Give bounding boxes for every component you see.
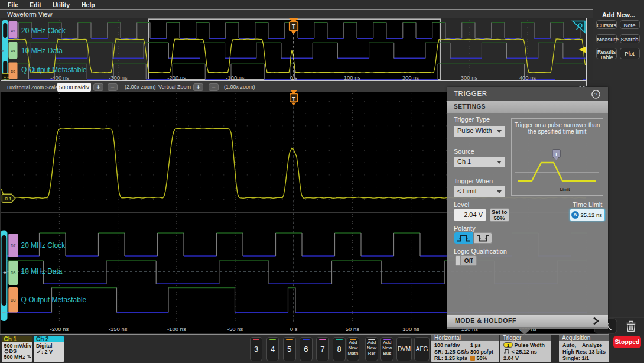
svg-text:100 ns: 100 ns xyxy=(344,74,361,81)
svg-text:T: T xyxy=(555,151,558,157)
svg-text:Q Output Metastable: Q Output Metastable xyxy=(21,66,87,74)
svg-text:-300 ns: -300 ns xyxy=(109,74,128,81)
svg-text:◂▸: ◂▸ xyxy=(2,270,7,275)
svg-text:D7: D7 xyxy=(11,244,16,248)
svg-text:100 ns: 100 ns xyxy=(402,326,419,332)
svg-text:D5: D5 xyxy=(11,49,15,53)
svg-text:D3: D3 xyxy=(11,298,16,302)
svg-text:0 s: 0 s xyxy=(290,326,298,332)
svg-text:200 ns: 200 ns xyxy=(402,74,419,81)
svg-text:400 ns: 400 ns xyxy=(519,74,536,81)
svg-text:D3: D3 xyxy=(11,70,15,73)
svg-text:T: T xyxy=(292,24,295,30)
svg-text:-100 ns: -100 ns xyxy=(167,326,186,332)
svg-text:20 MHz Clock: 20 MHz Clock xyxy=(21,241,66,249)
svg-text:?: ? xyxy=(594,91,597,98)
svg-text:C 1: C 1 xyxy=(5,196,12,202)
svg-text:300 ns: 300 ns xyxy=(461,74,478,81)
svg-text:10 MHz Data: 10 MHz Data xyxy=(21,267,63,276)
svg-text:-200 ns: -200 ns xyxy=(50,326,69,332)
svg-text:Q Output Metastable: Q Output Metastable xyxy=(21,296,87,304)
svg-text:-400 ns: -400 ns xyxy=(50,74,69,81)
svg-text:T: T xyxy=(292,95,295,102)
svg-text:-100 ns: -100 ns xyxy=(226,74,245,81)
svg-text:-200 ns: -200 ns xyxy=(167,74,186,81)
svg-text:-150 ns: -150 ns xyxy=(109,326,128,332)
svg-text:-50 ns: -50 ns xyxy=(227,326,243,332)
svg-text:◂▸: ◂▸ xyxy=(1,48,5,53)
svg-text:D7: D7 xyxy=(11,29,15,33)
svg-text:20 MHz Clock: 20 MHz Clock xyxy=(21,27,66,35)
svg-text:C 1: C 1 xyxy=(4,75,9,79)
svg-text:D5: D5 xyxy=(11,271,16,275)
svg-text:Limit: Limit xyxy=(560,187,570,192)
svg-text:10 MHz Data: 10 MHz Data xyxy=(21,47,63,55)
svg-text:50 ns: 50 ns xyxy=(346,326,359,332)
